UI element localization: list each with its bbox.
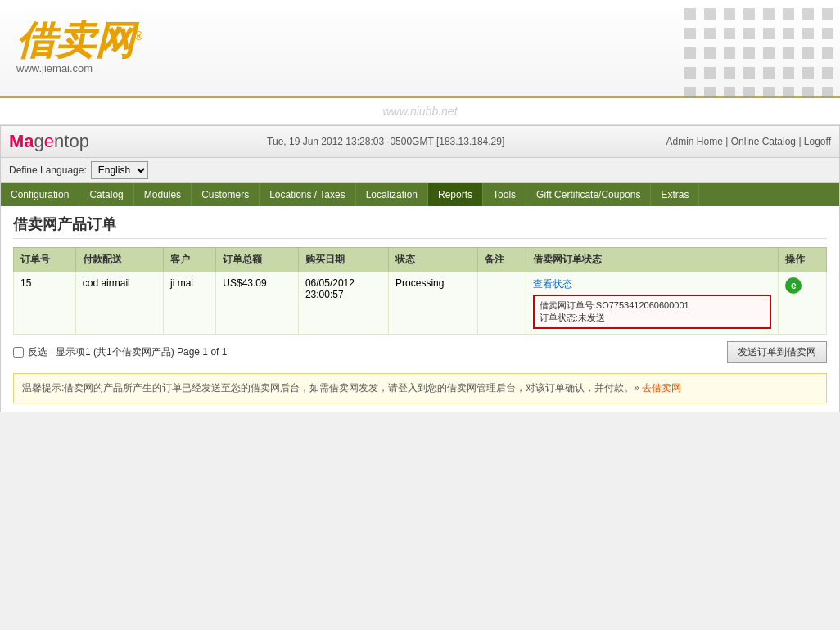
logo-main: 借卖网® [16, 21, 142, 61]
cell-total: US$43.09 [216, 272, 299, 335]
admin-home-link[interactable]: Admin Home [666, 136, 723, 147]
cell-date: 06/05/201223:00:57 [298, 272, 388, 335]
nav-gift-certificate[interactable]: Gift Certificate/Coupons [526, 183, 651, 206]
nav-configuration[interactable]: Configuration [1, 183, 79, 206]
nav-reports[interactable]: Reports [428, 183, 483, 206]
admin-header: Magentop Tue, 19 Jun 2012 13:28:03 -0500… [1, 126, 839, 158]
jiemai-order-status: 订单状态:未发送 [540, 312, 765, 324]
logo-area: 借卖网® www.jiemai.com [16, 21, 142, 74]
logo-url: www.jiemai.com [16, 62, 93, 74]
admin-panel: Magentop Tue, 19 Jun 2012 13:28:03 -0500… [0, 125, 840, 412]
jiemai-order-no: 借卖网订单号:SO7753412060600001 [540, 299, 765, 312]
nav-modules[interactable]: Modules [134, 183, 192, 206]
select-all-checkbox[interactable] [13, 347, 24, 358]
nav-tools[interactable]: Tools [483, 183, 526, 206]
action-edit-button[interactable]: e [785, 277, 802, 294]
page-title: 借卖网产品订单 [13, 214, 827, 239]
watermark-text: www.niubb.net [382, 105, 457, 118]
top-banner: 借卖网® www.jiemai.com [0, 0, 840, 98]
col-note: 备注 [478, 248, 526, 272]
cell-status: Processing [389, 272, 478, 335]
nav-locations-taxes[interactable]: Locations / Taxes [260, 183, 356, 206]
col-total: 订单总额 [216, 248, 299, 272]
page-content: 借卖网产品订单 订单号 付款配送 客户 订单总额 购买日期 状态 备注 借卖网订… [1, 206, 839, 412]
table-header-row: 订单号 付款配送 客户 订单总额 购买日期 状态 备注 借卖网订单状态 操作 [14, 248, 827, 272]
admin-logo-suffix: gentop [34, 131, 89, 151]
logo-registered: ® [134, 29, 142, 43]
logoff-link[interactable]: Logoff [804, 136, 831, 147]
pattern-dots [676, 0, 840, 98]
pagination-text: 显示项1 (共1个借卖网产品) Page 1 of 1 [56, 345, 227, 359]
cell-payment: cod airmail [75, 272, 163, 335]
cell-order-id: 15 [14, 272, 76, 335]
cell-customer: ji mai [163, 272, 215, 335]
col-status: 状态 [389, 248, 478, 272]
watermark: www.niubb.net [0, 98, 840, 125]
col-jiemai-status: 借卖网订单状态 [526, 248, 779, 272]
cell-note [478, 272, 526, 335]
notice-box: 温馨提示:借卖网的产品所产生的订单已经发送至您的借卖网后台，如需借卖网发发，请登… [13, 373, 827, 403]
jiemai-link[interactable]: 去借卖网 [642, 382, 681, 394]
col-payment: 付款配送 [75, 248, 163, 272]
nav-extras[interactable]: Extras [651, 183, 699, 206]
online-catalog-link[interactable]: Online Catalog [731, 136, 796, 147]
nav-localization[interactable]: Localization [356, 183, 428, 206]
reverse-select-label: 反选 [28, 345, 47, 359]
orders-table: 订单号 付款配送 客户 订单总额 购买日期 状态 备注 借卖网订单状态 操作 1… [13, 247, 827, 335]
nav-customers[interactable]: Customers [192, 183, 260, 206]
col-customer: 客户 [163, 248, 215, 272]
col-actions: 操作 [779, 248, 827, 272]
col-order-id: 订单号 [14, 248, 76, 272]
send-orders-button[interactable]: 发送订单到借卖网 [727, 341, 827, 363]
language-label: Define Language: [9, 164, 87, 176]
jiemai-status-box: 借卖网订单号:SO7753412060600001 订单状态:未发送 [533, 295, 772, 329]
nav-bar: Configuration Catalog Modules Customers … [1, 183, 839, 206]
language-select[interactable]: English [91, 161, 148, 179]
logo-chinese: 借卖网 [16, 19, 134, 62]
top-right-pattern [676, 0, 840, 98]
language-bar: Define Language: English [1, 158, 839, 183]
admin-date: Tue, 19 Jun 2012 13:28:03 -0500GMT [183.… [106, 136, 666, 147]
notice-text: 温馨提示:借卖网的产品所产生的订单已经发送至您的借卖网后台，如需借卖网发发，请登… [22, 382, 642, 394]
pagination-bar: 反选 显示项1 (共1个借卖网产品) Page 1 of 1 发送订单到借卖网 [13, 341, 827, 363]
col-date: 购买日期 [298, 248, 388, 272]
table-row: 15 cod airmail ji mai US$43.09 06/05/201… [14, 272, 827, 335]
admin-logo: Magentop [9, 131, 89, 152]
jiemai-status-link[interactable]: 查看状态 [533, 277, 772, 291]
cell-actions: e [779, 272, 827, 335]
admin-links: Admin Home | Online Catalog | Logoff [666, 136, 832, 147]
nav-catalog[interactable]: Catalog [79, 183, 133, 206]
cell-jiemai-status: 查看状态 借卖网订单号:SO7753412060600001 订单状态:未发送 [526, 272, 779, 335]
